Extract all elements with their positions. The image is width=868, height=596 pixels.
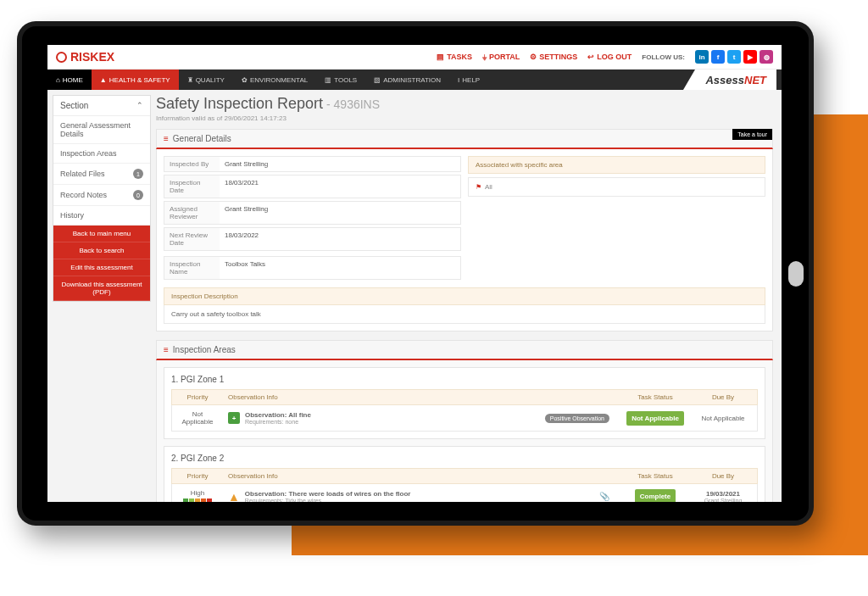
zone-title: 2. PGI Zone 2 [171, 454, 758, 463]
portal-link[interactable]: ⏚PORTAL [482, 53, 520, 61]
priority-cell: Not Applicable [172, 405, 223, 431]
action-back-search[interactable]: Back to search [53, 242, 150, 259]
attachment-icon[interactable]: 📎 [599, 492, 609, 501]
nav-admin[interactable]: ▧ADMINISTRATION [365, 70, 449, 90]
task-status-cell: Not Applicable [621, 408, 689, 429]
list-icon: ≡ [164, 345, 169, 354]
chart-icon: ▥ [325, 76, 331, 84]
zone-table-header: Priority Observation Info Task Status Du… [171, 389, 758, 405]
main-content: Safety Inspection Report - 4936INS Infor… [156, 90, 782, 502]
observation-cell: ▲ Observation: There were loads of wires… [223, 485, 621, 503]
sidebar-actions: Back to main menu Back to search Edit th… [53, 226, 150, 301]
follow-label: FOLLOW US: [642, 53, 685, 61]
tablet-frame: RISKEX ▤TASKS ⏚PORTAL ⚙SETTINGS ↩LOG OUT… [17, 21, 814, 526]
help-icon: i [458, 76, 459, 84]
gear-icon: ⚙ [530, 53, 537, 61]
logo-mark-icon [56, 52, 67, 63]
facebook-icon[interactable]: f [711, 50, 725, 64]
leaf-icon: ✿ [242, 76, 248, 84]
twitter-icon[interactable]: t [727, 50, 741, 64]
inspection-description-body: Carry out a safety toolbox talk [164, 305, 765, 324]
quality-icon: ♜ [187, 76, 193, 84]
inspection-areas-header: ≡ Inspection Areas [156, 340, 773, 360]
social-links: in f t ▶ ◍ [695, 50, 773, 64]
status-badge-not-applicable[interactable]: Not Applicable [626, 411, 684, 426]
top-links: ▤TASKS ⏚PORTAL ⚙SETTINGS ↩LOG OUT FOLLOW… [437, 50, 773, 64]
tasks-icon: ▤ [437, 53, 444, 61]
zone-row[interactable]: Not Applicable + Observation: All fineRe… [171, 405, 758, 432]
nav-home[interactable]: ⌂HOME [47, 70, 92, 90]
due-cell: 19/03/2021Grant Strelling [689, 485, 757, 503]
plus-icon: + [228, 412, 240, 424]
inspection-description-header: Inspection Description [164, 287, 765, 305]
observation-cell: + Observation: All fineRequirements: non… [223, 406, 621, 430]
logout-link[interactable]: ↩LOG OUT [587, 53, 632, 61]
detail-inspection-name: Inspection NameToolbox Talks [164, 256, 461, 280]
zone-table-header: Priority Observation Info Task Status Du… [171, 468, 758, 484]
positive-observation-badge: Positive Observation [545, 414, 609, 423]
page-subtitle: Information valid as of 29/06/2021 14:17… [156, 114, 773, 122]
report-code: - 4936INS [323, 97, 380, 111]
warning-triangle-icon: ▲ [228, 490, 240, 503]
page-title: Safety Inspection Report - 4936INS [156, 95, 773, 113]
chevron-up-icon: ⌃ [136, 101, 143, 110]
instagram-icon[interactable]: ◍ [760, 50, 773, 64]
admin-icon: ▧ [374, 76, 381, 84]
settings-link[interactable]: ⚙SETTINGS [530, 53, 577, 61]
portal-icon: ⏚ [482, 53, 487, 61]
zone-1: 1. PGI Zone 1 Priority Observation Info … [164, 367, 765, 439]
main-nav: ⌂HOME ▲HEALTH & SAFETY ♜QUALITY ✿ENVIRON… [47, 70, 782, 90]
topbar: RISKEX ▤TASKS ⏚PORTAL ⚙SETTINGS ↩LOG OUT… [47, 45, 782, 70]
sidebar-item-related-files[interactable]: Related Files1 [53, 164, 150, 185]
riskex-logo[interactable]: RISKEX [56, 50, 114, 64]
youtube-icon[interactable]: ▶ [743, 50, 757, 64]
priority-cell: High [172, 484, 223, 502]
detail-assigned-reviewer: Assigned ReviewerGrant Strelling [164, 201, 461, 225]
nav-quality[interactable]: ♜QUALITY [179, 70, 233, 90]
detail-inspected-by: Inspected ByGrant Strelling [164, 156, 461, 172]
task-status-cell: Complete [621, 486, 689, 502]
associated-area-value: ⚑All [468, 177, 765, 197]
linkedin-icon[interactable]: in [695, 50, 709, 64]
sidebar-item-general[interactable]: General Assessment Details [53, 116, 150, 144]
action-edit-assessment[interactable]: Edit this assessment [53, 259, 150, 276]
detail-next-review-date: Next Review Date18/03/2022 [164, 227, 461, 251]
home-icon: ⌂ [56, 76, 60, 84]
sidebar-item-record-notes[interactable]: Record Notes0 [53, 185, 150, 206]
tablet-home-button [788, 261, 804, 287]
assessnet-logo: AssessNET [695, 70, 776, 90]
nav-health-safety[interactable]: ▲HEALTH & SAFETY [92, 70, 179, 90]
take-a-tour-button[interactable]: Take a tour [732, 129, 772, 140]
sidebar-header[interactable]: Section⌃ [53, 96, 150, 116]
brand-text: RISKEX [70, 50, 114, 64]
zone-title: 1. PGI Zone 1 [171, 375, 758, 384]
due-cell: Not Applicable [689, 409, 757, 427]
detail-inspection-date: Inspection Date18/03/2021 [164, 175, 461, 198]
nav-environmental[interactable]: ✿ENVIRONMENTAL [233, 70, 316, 90]
zone-2: 2. PGI Zone 2 Priority Observation Info … [164, 446, 765, 502]
files-count-badge: 1 [133, 169, 143, 179]
sidebar-item-inspection-areas[interactable]: Inspection Areas [53, 144, 150, 164]
list-icon: ≡ [164, 134, 169, 143]
zone-row[interactable]: High ▲ Observation: There were loads of … [171, 484, 758, 502]
tasks-link[interactable]: ▤TASKS [437, 53, 472, 61]
notes-count-badge: 0 [133, 190, 143, 200]
sidebar: Section⌃ General Assessment Details Insp… [47, 90, 156, 502]
flag-icon: ⚑ [476, 183, 481, 191]
status-badge-complete[interactable]: Complete [635, 489, 676, 502]
associated-area-header: Associated with specific area [468, 156, 765, 174]
nav-help[interactable]: iHELP [449, 70, 488, 90]
action-download-pdf[interactable]: Download this assessment (PDF) [53, 276, 150, 301]
action-back-main[interactable]: Back to main menu [53, 226, 150, 242]
warning-icon: ▲ [100, 76, 107, 84]
general-details-header: ≡ General Details Take a tour [156, 129, 773, 149]
priority-color-boxes [177, 499, 218, 502]
nav-tools[interactable]: ▥TOOLS [316, 70, 365, 90]
sidebar-item-history[interactable]: History [53, 206, 150, 226]
logout-icon: ↩ [587, 53, 594, 61]
